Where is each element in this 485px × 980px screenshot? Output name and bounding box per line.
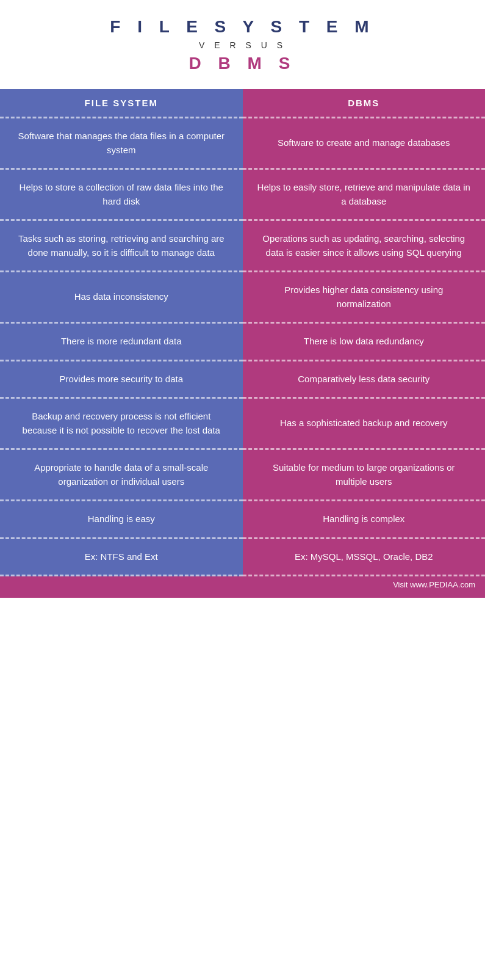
table-row: Handling is easyHandling is complex bbox=[0, 501, 485, 537]
table-row: Helps to store a collection of raw data … bbox=[0, 170, 485, 219]
footer-text: Visit www.PEDIAA.com bbox=[0, 576, 485, 598]
fs-cell: Has data inconsistency bbox=[0, 272, 243, 322]
dbms-cell: There is low data redundancy bbox=[243, 324, 486, 360]
divider-row bbox=[0, 360, 485, 361]
title-filesystem: F I L E S Y S T E M bbox=[12, 17, 473, 37]
table-row: Has data inconsistencyProvides higher da… bbox=[0, 272, 485, 322]
dbms-cell: Handling is complex bbox=[243, 501, 486, 537]
comparison-table: FILE SYSTEM DBMS Software that manages t… bbox=[0, 89, 485, 598]
fs-cell: There is more redundant data bbox=[0, 324, 243, 360]
fs-cell: Provides more security to data bbox=[0, 361, 243, 397]
versus-label: V E R S U S bbox=[12, 40, 473, 50]
divider-row bbox=[0, 499, 485, 501]
page-header: F I L E S Y S T E M V E R S U S D B M S bbox=[0, 0, 485, 89]
fs-cell: Handling is easy bbox=[0, 501, 243, 537]
divider-row bbox=[0, 575, 485, 576]
table-row: Software that manages the data files in … bbox=[0, 118, 485, 168]
divider-row bbox=[0, 117, 485, 118]
column-header-dbms: DBMS bbox=[243, 89, 486, 117]
table-row: Tasks such as storing, retrieving and se… bbox=[0, 221, 485, 270]
fs-cell: Appropriate to handle data of a small-sc… bbox=[0, 450, 243, 499]
divider-row bbox=[0, 322, 485, 324]
divider-row bbox=[0, 397, 485, 399]
divider-row bbox=[0, 219, 485, 221]
divider-row bbox=[0, 270, 485, 272]
divider-row bbox=[0, 168, 485, 170]
column-header-fs: FILE SYSTEM bbox=[0, 89, 243, 117]
fs-cell: Tasks such as storing, retrieving and se… bbox=[0, 221, 243, 270]
divider-row bbox=[0, 537, 485, 539]
fs-cell: Ex: NTFS and Ext bbox=[0, 539, 243, 575]
table-row: Ex: NTFS and ExtEx: MySQL, MSSQL, Oracle… bbox=[0, 539, 485, 575]
footer-row: Visit www.PEDIAA.com bbox=[0, 576, 485, 598]
fs-cell: Software that manages the data files in … bbox=[0, 118, 243, 168]
divider-row bbox=[0, 448, 485, 450]
title-dbms: D B M S bbox=[12, 54, 473, 73]
dbms-cell: Operations such as updating, searching, … bbox=[243, 221, 486, 270]
table-row: There is more redundant dataThere is low… bbox=[0, 324, 485, 360]
dbms-cell: Software to create and manage databases bbox=[243, 118, 486, 168]
dbms-cell: Suitable for medium to large organizatio… bbox=[243, 450, 486, 499]
dbms-cell: Has a sophisticated backup and recovery bbox=[243, 399, 486, 448]
table-row: Appropriate to handle data of a small-sc… bbox=[0, 450, 485, 499]
fs-cell: Helps to store a collection of raw data … bbox=[0, 170, 243, 219]
dbms-cell: Provides higher data consistency using n… bbox=[243, 272, 486, 322]
table-row: Provides more security to dataComparativ… bbox=[0, 361, 485, 397]
dbms-cell: Comparatively less data security bbox=[243, 361, 486, 397]
fs-cell: Backup and recovery process is not effic… bbox=[0, 399, 243, 448]
dbms-cell: Helps to easily store, retrieve and mani… bbox=[243, 170, 486, 219]
table-row: Backup and recovery process is not effic… bbox=[0, 399, 485, 448]
dbms-cell: Ex: MySQL, MSSQL, Oracle, DB2 bbox=[243, 539, 486, 575]
